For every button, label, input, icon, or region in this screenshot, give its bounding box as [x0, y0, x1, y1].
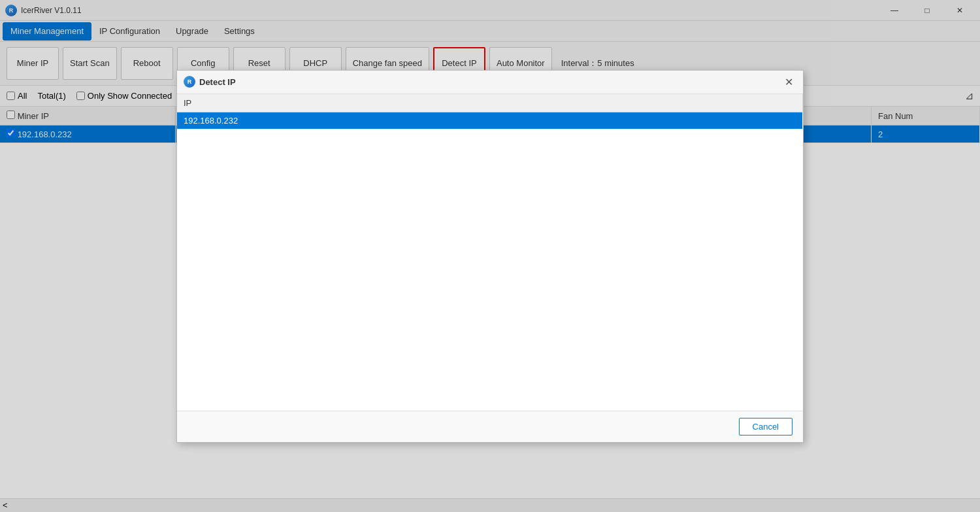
detect-ip-icon: R [184, 76, 195, 88]
modal-overlay: R Detect IP ✕ IP 192.168.0.232 [0, 0, 980, 512]
detect-ip-modal: R Detect IP ✕ IP 192.168.0.232 [176, 70, 804, 443]
modal-cell-ip: 192.168.0.232 [177, 112, 803, 129]
modal-table-row[interactable]: 192.168.0.232 [177, 112, 803, 129]
cancel-button[interactable]: Cancel [739, 418, 792, 435]
modal-body: IP 192.168.0.232 [177, 94, 803, 411]
modal-title: Detect IP [199, 77, 236, 87]
modal-titlebar: R Detect IP ✕ [177, 71, 803, 94]
modal-ip-table: IP 192.168.0.232 [177, 94, 803, 129]
modal-footer: Cancel [177, 411, 803, 442]
modal-close-button[interactable]: ✕ [781, 74, 796, 90]
modal-col-ip: IP [177, 94, 803, 112]
modal-table-header: IP [177, 94, 803, 112]
